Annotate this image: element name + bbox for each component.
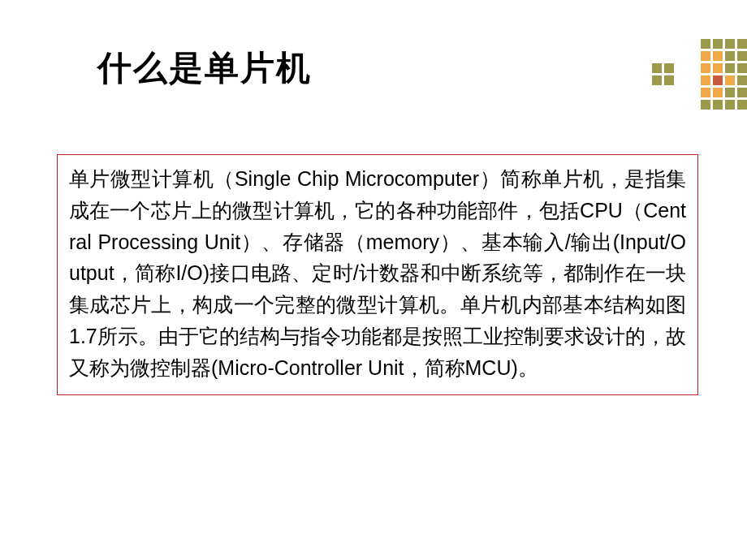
slide-title: 什么是单片机 [97,45,312,91]
definition-text: 单片微型计算机（Single Chip Microcomputer）简称单片机，… [69,167,686,379]
corner-dot-grid [652,39,747,110]
definition-box: 单片微型计算机（Single Chip Microcomputer）简称单片机，… [57,154,698,395]
